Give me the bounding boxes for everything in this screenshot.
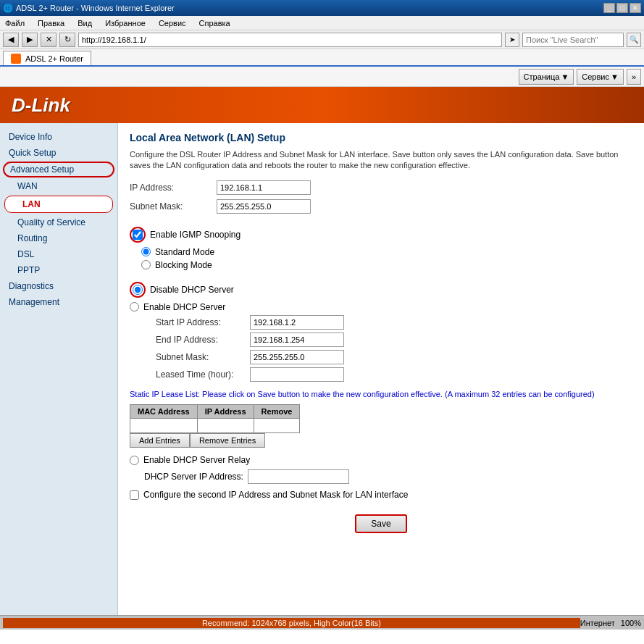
end-ip-input[interactable]	[250, 333, 344, 347]
lease-table: MAC Address IP Address Remove	[130, 404, 300, 433]
sidebar-item-lan[interactable]: LAN	[4, 196, 113, 213]
status-zoom: 100%	[621, 619, 641, 627]
blocking-mode-radio[interactable]	[141, 260, 151, 269]
standard-mode-label: Standard Mode	[155, 247, 214, 257]
end-ip-row: End IP Address:	[156, 333, 632, 347]
back-button[interactable]: ◀	[3, 33, 19, 47]
go-button[interactable]: ➤	[505, 33, 519, 47]
sidebar-item-management[interactable]: Management	[0, 294, 117, 310]
sidebar-item-device-info[interactable]: Device Info	[0, 129, 117, 145]
subnet-mask2-row: Subnet Mask:	[156, 350, 632, 364]
ip-address-label: IP Address:	[130, 183, 217, 193]
toolbar-service-btn[interactable]: Сервис ▼	[577, 69, 624, 85]
sidebar: Device Info Quick Setup Advanced Setup W…	[0, 123, 118, 615]
disable-dhcp-circle	[130, 282, 146, 298]
sidebar-item-wan[interactable]: WAN	[0, 178, 117, 194]
sidebar-item-advanced-setup[interactable]: Advanced Setup	[3, 162, 114, 177]
menu-tools[interactable]: Сервис	[156, 18, 188, 28]
service-dropdown-icon: ▼	[611, 72, 619, 81]
subnet-mask-row: Subnet Mask:	[130, 199, 632, 214]
igmp-label: Enable IGMP Snooping	[150, 230, 241, 240]
standard-mode-radio[interactable]	[141, 247, 151, 256]
subnet-mask-label: Subnet Mask:	[130, 201, 217, 212]
search-go-button[interactable]: 🔍	[627, 33, 641, 47]
minimize-button[interactable]: _	[603, 3, 615, 13]
subnet-mask2-label: Subnet Mask:	[156, 352, 250, 362]
igmp-checkbox-circle	[130, 227, 146, 243]
igmp-snooping-row: Enable IGMP Snooping	[130, 227, 632, 243]
leased-time-label: Leased Time (hour):	[156, 369, 250, 380]
title-bar-controls: _ □ ✕	[603, 3, 641, 13]
browser-icon: 🌐	[3, 4, 13, 13]
menu-help[interactable]: Справка	[197, 18, 233, 28]
relay-ip-input[interactable]	[248, 469, 349, 484]
menu-favorites[interactable]: Избранное	[103, 18, 148, 28]
toolbar-page-btn[interactable]: Страница ▼	[519, 69, 574, 85]
leased-time-input[interactable]	[250, 367, 344, 382]
address-input[interactable]	[78, 33, 502, 47]
end-ip-label: End IP Address:	[156, 335, 250, 345]
maximize-button[interactable]: □	[616, 3, 628, 13]
cell-mac	[130, 419, 198, 433]
cell-remove	[254, 419, 300, 433]
enable-dhcp-row: Enable DHCP Server	[130, 302, 632, 312]
save-button[interactable]: Save	[355, 514, 406, 533]
tab-adsl-router[interactable]: ADSL 2+ Router	[3, 51, 91, 65]
enable-dhcp-radio[interactable]	[130, 302, 139, 311]
table-buttons: Add Entries Remove Entries	[130, 433, 632, 448]
start-ip-row: Start IP Address:	[156, 315, 632, 330]
relay-section: Enable DHCP Server Relay DHCP Server IP …	[130, 455, 632, 484]
subnet-mask-input[interactable]	[217, 199, 311, 214]
sidebar-item-dsl[interactable]: DSL	[0, 246, 117, 262]
dlink-header: D-Link	[0, 87, 644, 123]
second-ip-checkbox[interactable]	[130, 490, 139, 500]
tab-label: ADSL 2+ Router	[25, 54, 83, 63]
refresh-button[interactable]: ↻	[59, 33, 75, 47]
sidebar-item-diagnostics[interactable]: Diagnostics	[0, 278, 117, 294]
search-input[interactable]	[522, 33, 624, 47]
sidebar-item-quick-setup[interactable]: Quick Setup	[0, 145, 117, 161]
enable-relay-radio[interactable]	[130, 456, 139, 465]
disable-dhcp-radio[interactable]	[133, 285, 143, 295]
second-ip-row: Configure the second IP Address and Subn…	[130, 490, 632, 500]
tab-icon	[11, 54, 21, 64]
menu-view[interactable]: Вид	[75, 18, 94, 28]
stop-button[interactable]: ✕	[41, 33, 57, 47]
relay-label: Enable DHCP Server Relay	[143, 455, 250, 465]
cell-ip	[197, 419, 254, 433]
disable-dhcp-label: Disable DHCP Server	[150, 285, 234, 295]
status-bar: Recommend: 1024x768 pixels, High Color(1…	[0, 615, 644, 630]
status-internet: Интернет	[580, 619, 615, 627]
title-bar: 🌐 ADSL 2+ Router - Windows Internet Expl…	[0, 0, 644, 16]
toolbar-menu-btn[interactable]: »	[627, 69, 641, 85]
menu-file[interactable]: Файл	[3, 18, 27, 28]
relay-ip-label: DHCP Server IP Address:	[144, 472, 243, 482]
table-row-empty	[130, 419, 300, 433]
second-ip-label: Configure the second IP Address and Subn…	[143, 490, 408, 500]
disable-dhcp-row: Disable DHCP Server	[130, 282, 632, 298]
title-bar-left: 🌐 ADSL 2+ Router - Windows Internet Expl…	[3, 4, 175, 13]
ip-address-row: IP Address:	[130, 180, 632, 195]
page-dropdown-icon: ▼	[561, 72, 569, 81]
close-button[interactable]: ✕	[630, 3, 641, 13]
add-entries-button[interactable]: Add Entries	[130, 433, 190, 448]
ip-address-input[interactable]	[217, 180, 311, 195]
sidebar-item-routing[interactable]: Routing	[0, 230, 117, 246]
igmp-checkbox[interactable]	[133, 230, 143, 240]
col-remove: Remove	[254, 405, 300, 419]
page-label: Страница	[524, 72, 560, 81]
enable-dhcp-label: Enable DHCP Server	[143, 302, 225, 312]
main-layout: Device Info Quick Setup Advanced Setup W…	[0, 123, 644, 615]
status-right: Интернет 100%	[580, 619, 641, 627]
menu-edit[interactable]: Правка	[35, 18, 67, 28]
sidebar-item-qos[interactable]: Quality of Service	[0, 214, 117, 230]
status-recommend: Recommend: 1024x768 pixels, High Color(1…	[3, 618, 580, 628]
content-area: Local Area Network (LAN) Setup Configure…	[118, 123, 644, 615]
forward-button[interactable]: ▶	[22, 33, 38, 47]
subnet-mask2-input[interactable]	[250, 350, 344, 364]
sidebar-item-pptp[interactable]: PPTP	[0, 262, 117, 278]
address-bar: ◀ ▶ ✕ ↻ ➤ 🔍	[0, 30, 644, 49]
blocking-mode-row: Blocking Mode	[141, 260, 632, 270]
start-ip-input[interactable]	[250, 315, 344, 330]
remove-entries-button[interactable]: Remove Entries	[190, 433, 265, 448]
